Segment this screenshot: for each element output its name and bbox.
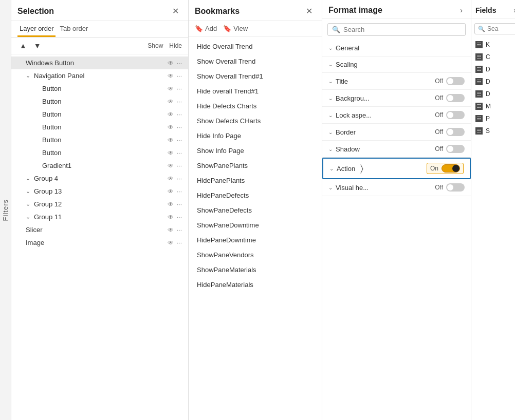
bookmarks-add-button[interactable]: 🔖 Add: [195, 25, 217, 32]
bookmark-item[interactable]: Show Overall Trend: [189, 54, 322, 69]
section-left: ⌄ General: [328, 44, 359, 52]
more-icon[interactable]: ···: [177, 137, 182, 144]
toggle-switch[interactable]: [446, 94, 465, 102]
layer-item[interactable]: Image👁···: [11, 236, 188, 249]
toggle-switch[interactable]: [446, 145, 465, 153]
format-section-header-action[interactable]: ⌄ Action〉On: [323, 159, 470, 178]
fields-item[interactable]: ☷ D: [471, 63, 515, 75]
view-label: View: [233, 25, 248, 32]
more-icon[interactable]: ···: [177, 72, 182, 80]
layer-icons: 👁···: [168, 72, 182, 80]
more-icon[interactable]: ···: [177, 188, 182, 195]
bookmark-item[interactable]: Hide Info Page: [189, 128, 322, 143]
bookmark-item[interactable]: ShowPaneDefects: [189, 203, 322, 218]
more-icon[interactable]: ···: [177, 124, 182, 131]
layer-item[interactable]: Windows Button👁···: [11, 56, 188, 69]
format-section-header-general[interactable]: ⌄ General: [322, 40, 471, 56]
eye-icon: 👁: [168, 124, 174, 131]
bookmark-view-icon: 🔖: [223, 25, 231, 32]
filters-tab[interactable]: Filters: [0, 0, 11, 420]
more-icon[interactable]: ···: [177, 214, 182, 221]
format-section-header-title[interactable]: ⌄ TitleOff: [322, 73, 471, 89]
layer-item[interactable]: Button👁···: [11, 133, 188, 146]
format-section-header-scaling[interactable]: ⌄ Scaling: [322, 56, 471, 72]
layer-item[interactable]: Button👁···: [11, 95, 188, 108]
format-nav-right[interactable]: ›: [458, 5, 465, 15]
layer-item[interactable]: Button👁···: [11, 82, 188, 95]
layer-item[interactable]: ⌄Group 4👁···: [11, 172, 188, 185]
fields-item[interactable]: ☷ C: [471, 51, 515, 63]
more-icon[interactable]: ···: [177, 175, 182, 182]
bookmark-item[interactable]: Show Info Page: [189, 143, 322, 158]
bookmark-item[interactable]: HidePaneDowntime: [189, 233, 322, 247]
tab-layer-order[interactable]: Layer order: [17, 21, 56, 37]
fields-item[interactable]: ☷ K: [471, 39, 515, 51]
bookmark-item[interactable]: ShowPaneMaterials: [189, 262, 322, 277]
selection-header: Selection ✕: [11, 0, 188, 21]
section-label: Action: [337, 165, 355, 173]
toggle-switch[interactable]: [446, 128, 465, 136]
more-icon[interactable]: ···: [177, 149, 182, 157]
eye-icon: 👁: [168, 137, 174, 144]
more-icon[interactable]: ···: [177, 201, 182, 208]
move-down-button[interactable]: ▼: [32, 41, 43, 51]
chevron-icon: ⌄: [328, 146, 333, 152]
toggle-container: On: [427, 163, 464, 174]
bookmark-item[interactable]: ShowPaneDowntime: [189, 218, 322, 233]
layer-item[interactable]: ⌄Navigation Panel👁···: [11, 69, 188, 82]
bookmark-item[interactable]: ShowPanePlants: [189, 158, 322, 173]
format-section-visual-header: ⌄ Visual he...Off: [322, 179, 471, 196]
table-icon: ☷: [475, 66, 483, 73]
bookmark-item[interactable]: Hide Overall Trend: [189, 39, 322, 54]
tab-tab-order[interactable]: Tab order: [58, 21, 90, 37]
layer-name: Group 12: [34, 200, 168, 208]
format-section-header-lock-aspect[interactable]: ⌄ Lock aspe...Off: [322, 107, 471, 123]
layer-item[interactable]: Button👁···: [11, 146, 188, 159]
format-section-header-visual-header[interactable]: ⌄ Visual he...Off: [322, 179, 471, 196]
bookmark-item[interactable]: HidePaneMaterials: [189, 277, 322, 292]
format-search-input[interactable]: [343, 26, 461, 33]
more-icon[interactable]: ···: [177, 226, 182, 234]
fields-nav-right[interactable]: ›: [511, 5, 515, 15]
more-icon[interactable]: ···: [177, 239, 182, 246]
layer-item[interactable]: ⌄Group 12👁···: [11, 198, 188, 211]
layer-item[interactable]: ⌄Group 11👁···: [11, 211, 188, 223]
layer-item[interactable]: Gradient1👁···: [11, 159, 188, 172]
bookmarks-view-button[interactable]: 🔖 View: [223, 25, 248, 32]
format-section-header-shadow[interactable]: ⌄ ShadowOff: [322, 141, 471, 157]
more-icon[interactable]: ···: [177, 85, 182, 92]
layer-item[interactable]: Slicer👁···: [11, 223, 188, 236]
bookmark-item[interactable]: HidePaneDefects: [189, 188, 322, 203]
bookmarks-close-button[interactable]: ✕: [303, 5, 316, 17]
toggle-switch[interactable]: [446, 111, 465, 119]
format-section-header-background[interactable]: ⌄ Backgrou...Off: [322, 90, 471, 106]
fields-item[interactable]: ☷ D: [471, 75, 515, 88]
fields-item[interactable]: ☷ P: [471, 112, 515, 125]
toggle-container: Off: [435, 145, 465, 153]
bookmark-item[interactable]: Show Overall Trend#1: [189, 69, 322, 84]
more-icon[interactable]: ···: [177, 98, 182, 105]
more-icon[interactable]: ···: [177, 60, 182, 67]
move-up-button[interactable]: ▲: [17, 41, 29, 51]
fields-item[interactable]: ☷ S: [471, 125, 515, 137]
selection-close-button[interactable]: ✕: [169, 5, 182, 17]
toggle-switch[interactable]: [446, 183, 465, 192]
more-icon[interactable]: ···: [177, 111, 182, 118]
layer-item[interactable]: Button👁···: [11, 121, 188, 133]
bookmark-item[interactable]: HidePanePlants: [189, 173, 322, 188]
bookmark-item[interactable]: Show Defects CHarts: [189, 113, 322, 128]
fields-search-input[interactable]: [487, 25, 513, 32]
layer-item[interactable]: ⌄Group 13👁···: [11, 185, 188, 198]
fields-item[interactable]: ☷ D: [471, 88, 515, 100]
bookmark-item[interactable]: Hide Defects Charts: [189, 99, 322, 113]
hide-label: Hide: [169, 42, 182, 49]
layer-item[interactable]: Button👁···: [11, 108, 188, 121]
eye-icon: 👁: [168, 226, 174, 234]
toggle-switch[interactable]: [442, 164, 460, 173]
bookmark-item[interactable]: Hide overall Trend#1: [189, 84, 322, 99]
bookmark-item[interactable]: ShowPaneVendors: [189, 247, 322, 262]
fields-item[interactable]: ☷ M: [471, 100, 515, 112]
toggle-switch[interactable]: [446, 77, 465, 85]
more-icon[interactable]: ···: [177, 162, 182, 169]
format-section-header-border[interactable]: ⌄ BorderOff: [322, 124, 471, 140]
